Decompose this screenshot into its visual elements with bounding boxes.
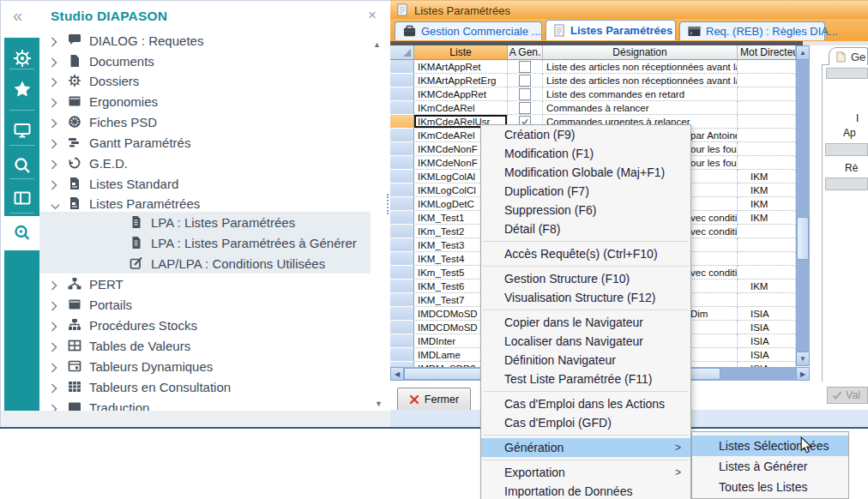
row-header[interactable] [390,321,414,334]
row-header[interactable] [390,280,414,293]
tab-gestion-commerciale[interactable]: Gestion Commerciale ... [395,21,542,40]
chevron-right-icon[interactable] [51,320,59,330]
scroll-right-button[interactable]: ▶ [796,367,810,381]
column-header-mot-directeur[interactable]: Mot Directeur [738,45,796,60]
detail-panel-tab[interactable]: Ge [829,47,868,65]
sidebar-star-button[interactable] [4,72,39,106]
cell-designation[interactable]: Liste des commandes en retard [543,87,738,101]
cell-mot-directeur[interactable]: IKM [738,211,796,225]
chevron-right-icon[interactable] [51,382,59,392]
tree-item-g-e-d[interactable]: G.E.D. [39,153,128,173]
cell-mot-directeur[interactable]: ISIA [738,321,796,334]
cell-mot-directeur[interactable] [738,252,796,266]
cell-mot-directeur[interactable] [738,60,796,74]
cell-mot-directeur[interactable] [738,129,796,142]
row-header[interactable] [390,60,414,74]
cell-mot-directeur[interactable] [738,74,796,87]
cell-mot-directeur[interactable]: ISIA [738,348,796,362]
row-header[interactable] [390,142,414,156]
cell-liste[interactable]: IKmCdeARel [414,101,508,115]
cell-mot-directeur[interactable] [738,266,796,280]
cell-designation[interactable]: Commandes à relancer [543,101,738,115]
select-all-corner[interactable] [390,45,414,60]
tree-item-tables-de-valeurs[interactable]: Tables de Valeurs [39,335,190,356]
row-header[interactable] [390,74,414,87]
chevron-right-icon[interactable] [51,56,59,66]
chevron-right-icon[interactable] [51,402,59,411]
column-header-designation[interactable]: Désignation [543,45,738,60]
chevron-right-icon[interactable] [51,137,59,147]
cell-mot-directeur[interactable]: IKM [738,170,796,183]
detail-field-3[interactable] [825,177,868,190]
row-header[interactable] [390,348,414,362]
checkbox[interactable] [519,75,531,87]
menu-item-cas-d-emploi-dans-les-actions[interactable]: Cas d'Emploi dans les Actions [481,394,690,413]
row-header[interactable] [390,170,414,183]
tree-scroll-up-icon[interactable]: ▲ [373,40,381,49]
tree-item-lpa-listes-param-tr-es[interactable]: LPA : Listes Paramétrées [39,212,295,232]
cell-a-gen[interactable] [508,101,543,115]
tree-item-gantt-param-tr-s[interactable]: Gantt Paramétrés [39,132,190,153]
tree-item-tableurs-en-consultation[interactable]: Tableurs en Consultation [39,376,231,397]
menu-item-gestion-structure-f10[interactable]: Gestion Structure (F10) [481,269,690,288]
chevron-right-icon[interactable] [51,117,59,127]
row-header[interactable] [390,266,414,280]
chevron-right-icon[interactable] [51,158,59,168]
cell-liste[interactable]: IKMArtAppRetErg [414,74,508,87]
cell-a-gen[interactable] [508,87,543,101]
sidebar-search-button[interactable] [4,148,39,183]
detail-field-1[interactable] [826,68,868,79]
tree-item-listes-param-tr-es[interactable]: Listes Paramétrées [39,193,200,213]
cell-a-gen[interactable] [508,60,543,74]
menu-item-importation-de-donn-es[interactable]: Importation de Données [481,482,690,499]
row-header[interactable] [390,334,414,348]
sidebar-columns-button[interactable] [4,181,39,215]
sidebar-monitor-button[interactable] [4,113,39,147]
row-header[interactable] [390,307,414,321]
cell-mot-directeur[interactable] [738,115,796,129]
tree-item-fiches-psd[interactable]: Fiches PSD [39,111,157,132]
menu-item-cas-d-emploi-gfd[interactable]: Cas d'Emploi (GFD) [481,413,690,432]
close-panel-icon[interactable]: × [368,7,377,24]
cell-liste[interactable]: IKMCdeAppRet [414,87,508,101]
cell-mot-directeur[interactable]: ISIA [738,334,796,348]
tree-item-traduction[interactable]: Traduction [39,397,149,411]
validate-button[interactable]: Val [827,387,868,404]
menu-item-suppression-f6[interactable]: Suppression (F6) [481,201,690,219]
cell-mot-directeur[interactable] [738,156,796,170]
menu-item-modification-globale-maj-f1[interactable]: Modification Globale (Maj+F1) [481,163,690,182]
tree-item-ergonomies[interactable]: Ergonomies [39,91,158,111]
row-header[interactable] [390,197,414,211]
menu-item-cr-ation-f9[interactable]: Création (F9) [481,125,690,144]
cell-mot-directeur[interactable]: IKM [738,183,796,197]
row-header[interactable] [390,129,414,142]
tree-item-tableurs-dynamiques[interactable]: Tableurs Dynamiques [39,356,213,376]
row-header[interactable] [390,101,414,115]
row-header[interactable] [390,115,414,129]
tree-item-pert[interactable]: PERT [39,274,124,294]
checkbox[interactable] [519,61,531,73]
cell-mot-directeur[interactable] [738,142,796,156]
chevron-right-icon[interactable] [51,178,59,189]
column-header-liste[interactable]: Liste [414,45,508,60]
tree-item-documents[interactable]: Documents [39,51,154,71]
row-header[interactable] [390,87,414,101]
cell-mot-directeur[interactable] [738,87,796,101]
cell-mot-directeur[interactable] [738,101,796,115]
cell-designation[interactable]: Liste des articles non réceptionnées ava… [543,60,738,74]
tree-item-proc-dures-stocks[interactable]: Procédures Stocks [39,315,197,335]
cell-mot-directeur[interactable] [738,293,796,307]
submenu-item-toutes-les-listes[interactable]: Toutes les Listes [692,477,848,497]
menu-item-exportation[interactable]: Exportation> [481,463,690,482]
chevron-right-icon[interactable] [51,299,59,310]
submenu-item-listes-g-n-rer[interactable]: Listes à Générer [692,456,848,477]
table-row[interactable]: IKmCdeARelCommandes à relancer [390,101,796,115]
tree-item-lpa-listes-param-tr-es-g-n-rer[interactable]: LPA : Listes Paramétrées à Générer [39,232,357,253]
table-row[interactable]: IKMCdeAppRetListe des commandes en retar… [390,87,796,101]
tab-req-reb-r-gles-dia[interactable]: Req. (REB) : Règles DIA... [679,21,825,40]
row-header[interactable] [390,252,414,266]
tree-item-portails[interactable]: Portails [39,294,132,315]
row-header[interactable] [390,156,414,170]
tree-item-dialog-requetes[interactable]: DIALOG : Requetes [39,30,203,51]
tab-listes-param-tr-es[interactable]: Listes Paramétrées [546,20,676,40]
